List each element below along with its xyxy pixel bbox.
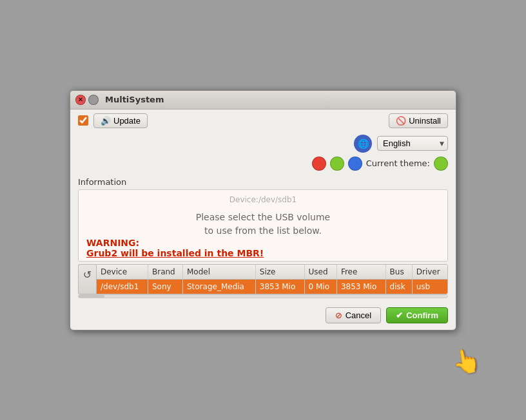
col-bus: Bus <box>385 265 412 280</box>
info-label: Information <box>78 177 448 187</box>
col-driver: Driver <box>412 265 447 280</box>
col-size: Size <box>255 265 304 280</box>
titlebar: ✕ MultiSystem <box>70 91 456 110</box>
confirm-button[interactable]: ✔ Confirm <box>386 307 448 323</box>
scroll-thumb[interactable] <box>79 295 104 298</box>
footer: ⊘ Cancel ✔ Confirm <box>70 302 456 330</box>
window-title: MultiSystem <box>105 95 164 104</box>
table-row[interactable]: /dev/sdb1SonyStorage_Media3853 Mio0 Mio3… <box>97 279 447 294</box>
col-model: Model <box>182 265 255 280</box>
cancel-button[interactable]: ⊘ Cancel <box>326 307 381 323</box>
language-row: 🌐 English Français Español Deutsch <box>70 132 456 155</box>
uninstall-button[interactable]: 🚫 Uninstall <box>389 113 448 128</box>
confirm-label: Confirm <box>406 310 438 320</box>
grub-text: Grub2 will be installed in the MBR! <box>86 248 440 258</box>
refresh-column: ↺ <box>78 264 96 294</box>
cell-brand: Sony <box>148 279 182 294</box>
language-select[interactable]: English Français Español Deutsch <box>377 136 448 151</box>
device-table-wrap: Device Brand Model Size Used Free Bus Dr… <box>96 264 448 294</box>
info-section: Information Device:/dev/sdb1 Please sele… <box>70 175 456 262</box>
toolbar: 🔊 Update 🚫 Uninstall <box>70 110 456 132</box>
update-button[interactable]: 🔊 Update <box>93 113 148 128</box>
uninstall-label: Uninstall <box>409 116 441 126</box>
refresh-icon[interactable]: ↺ <box>83 269 92 281</box>
device-table: Device Brand Model Size Used Free Bus Dr… <box>97 265 447 294</box>
theme-dot-current[interactable] <box>434 157 448 171</box>
table-header-row: Device Brand Model Size Used Free Bus Dr… <box>97 265 447 280</box>
col-used: Used <box>304 265 336 280</box>
update-checkbox[interactable] <box>78 115 88 126</box>
col-device: Device <box>97 265 148 280</box>
toolbar-right: 🚫 Uninstall <box>389 113 448 128</box>
language-select-wrap: English Français Español Deutsch <box>377 136 448 151</box>
theme-dot-green[interactable] <box>330 157 344 171</box>
horizontal-scrollbar[interactable] <box>78 294 448 298</box>
device-text: Device:/dev/sdb1 <box>86 195 440 204</box>
mouse-cursor: 👆 <box>450 345 483 377</box>
titlebar-buttons: ✕ <box>75 95 99 105</box>
cancel-icon: ⊘ <box>335 310 342 320</box>
theme-label: Current theme: <box>366 158 430 168</box>
language-icon: 🌐 <box>354 135 372 153</box>
block-icon: 🚫 <box>396 116 406 126</box>
cell-model: Storage_Media <box>182 279 255 294</box>
minimize-button[interactable] <box>88 95 99 105</box>
speaker-icon: 🔊 <box>101 116 111 126</box>
device-table-area: ↺ Device Brand Model Size Used Free Bus … <box>78 264 448 294</box>
cancel-label: Cancel <box>346 310 371 320</box>
cell-driver: usb <box>412 279 447 294</box>
message-line1: Please select the USB volume <box>86 211 440 224</box>
theme-row: Current theme: <box>70 155 456 175</box>
info-box: Device:/dev/sdb1 Please select the USB v… <box>78 189 448 262</box>
cell-free: 3853 Mio <box>336 279 385 294</box>
update-label: Update <box>113 116 141 126</box>
cell-used: 0 Mio <box>304 279 336 294</box>
confirm-icon: ✔ <box>396 310 403 320</box>
cell-bus: disk <box>385 279 412 294</box>
toolbar-left: 🔊 Update <box>78 113 148 128</box>
col-brand: Brand <box>148 265 182 280</box>
theme-dot-red[interactable] <box>312 157 326 171</box>
close-button[interactable]: ✕ <box>75 95 86 105</box>
warning-label: WARNING: <box>86 238 440 248</box>
main-window: ✕ MultiSystem 🔊 Update 🚫 Uninstall 🌐 <box>70 90 456 330</box>
cell-device: /dev/sdb1 <box>97 279 148 294</box>
update-checkbox-wrap <box>78 115 88 126</box>
theme-dot-blue[interactable] <box>348 157 362 171</box>
message-line2: to use from the list below. <box>86 224 440 238</box>
cell-size: 3853 Mio <box>255 279 304 294</box>
col-free: Free <box>336 265 385 280</box>
